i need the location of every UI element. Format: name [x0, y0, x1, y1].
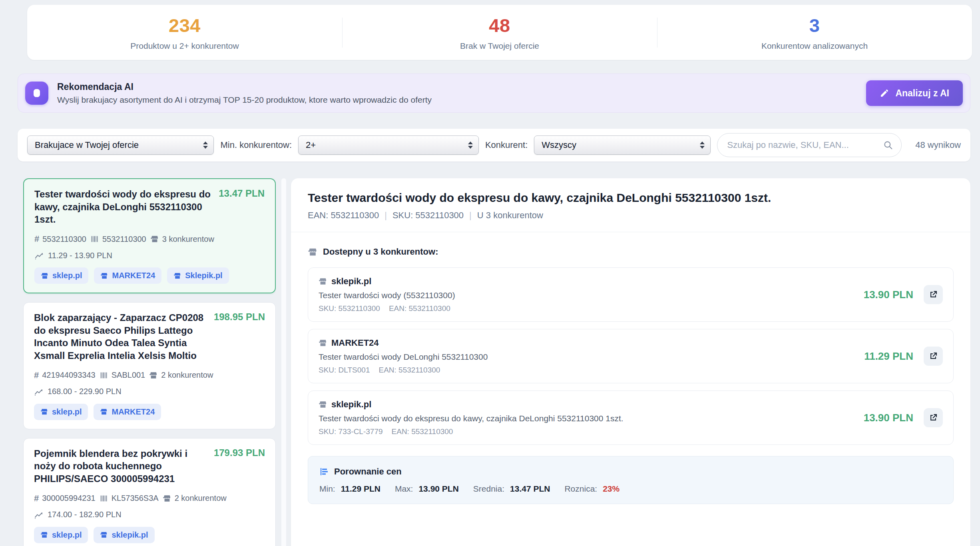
offer-price: 13.90 PLN — [864, 412, 913, 424]
store-tag-label: sklep.pl — [52, 407, 82, 416]
min-competitors-select[interactable]: 2+ — [298, 136, 479, 155]
product-price: 198.95 PLN — [214, 311, 265, 323]
analyze-with-ai-label: Analizuj z AI — [895, 88, 949, 99]
store-tag[interactable]: sklepik.pl — [94, 527, 154, 543]
offer-card-market24: MARKET24 Tester twardości wody DeLonghi … — [308, 329, 954, 383]
store-icon — [100, 408, 108, 416]
store-tag[interactable]: sklep.pl — [34, 527, 88, 543]
separator: | — [469, 210, 472, 221]
offer-card-sklepik: sklepik.pl Tester twardości wody (553211… — [308, 267, 954, 322]
store-tag[interactable]: MARKET24 — [94, 267, 161, 284]
store-tag-label: sklep.pl — [52, 530, 82, 540]
open-offer-button[interactable] — [924, 347, 943, 366]
product-id-group: # 5532110300 — [34, 234, 86, 244]
product-card-pojemnik-blendera[interactable]: Pojemnik blendera bez pokrywki i noży do… — [23, 438, 276, 546]
product-card-blok-zaparzajacy[interactable]: Blok zaparzający - Zaparzacz CP0208 do e… — [23, 302, 276, 429]
ai-banner-texts: Rekomendacja AI Wyslij brakujacy asortym… — [57, 82, 432, 105]
offer-price: 13.90 PLN — [864, 289, 913, 301]
product-competitors: 2 konkurentow — [175, 494, 227, 503]
product-title: Blok zaparzający - Zaparzacz CP0208 do e… — [34, 311, 208, 362]
product-sku-group: KL57356S3A — [100, 494, 159, 503]
product-id: 300005994231 — [42, 494, 95, 503]
store-tag[interactable]: Sklepik.pl — [167, 267, 229, 284]
offer-store-name: MARKET24 — [331, 338, 379, 348]
store-tag-label: sklep.pl — [52, 271, 82, 280]
stat-value: 234 — [27, 14, 342, 36]
store-icon — [100, 272, 108, 280]
stat-value: 3 — [657, 14, 972, 36]
ai-banner-subtitle: Wyslij brakujacy asortyment do AI i otrz… — [57, 95, 432, 105]
barcode-icon — [100, 371, 108, 380]
status-filter-select[interactable]: Brakujace w Twojej ofercie — [27, 136, 214, 155]
competitor-label: Konkurent: — [485, 140, 528, 150]
bar-chart-icon — [319, 467, 329, 476]
store-tag-label: MARKET24 — [112, 407, 155, 416]
product-sku-group: SABL001 — [100, 371, 145, 380]
store-tag-label: sklepik.pl — [112, 530, 148, 540]
product-price: 13.47 PLN — [219, 188, 265, 199]
product-list-scrollbar[interactable] — [281, 178, 286, 546]
offer-sku: SKU: 733-CL-3779 — [319, 427, 383, 436]
select-arrows-icon — [700, 141, 705, 149]
store-tag[interactable]: sklep.pl — [34, 267, 88, 284]
min-competitors-value: 2+ — [306, 140, 316, 150]
product-price-range: 168.00 - 229.90 PLN — [48, 387, 122, 396]
avg-value: 13.47 PLN — [510, 484, 550, 494]
product-detail-panel: Tester twardości wody do ekspresu do kaw… — [291, 178, 970, 546]
store-icon — [150, 235, 159, 243]
trend-chart-icon — [34, 251, 44, 260]
trend-chart-icon — [34, 510, 44, 520]
competitor-select[interactable]: Wszyscy — [534, 136, 711, 155]
availability-section-title: Dostepny u 3 konkurentow: — [323, 247, 438, 257]
store-tag-label: MARKET24 — [112, 271, 155, 280]
product-competitors: 3 konkurentow — [162, 235, 214, 244]
diff-value: 23% — [603, 484, 619, 494]
product-id-group: # 421944093343 — [34, 370, 96, 381]
product-card-tester-twardosci[interactable]: Tester twardości wody do ekspresu do kaw… — [23, 178, 276, 293]
store-icon — [100, 531, 108, 539]
analyze-with-ai-button[interactable]: Analizuj z AI — [866, 80, 963, 106]
filter-bar: Brakujace w Twojej ofercie Min. konkuren… — [18, 129, 970, 161]
offer-product-name: Tester twardości wody (5532110300) — [319, 291, 856, 300]
stat-products-multi-competitors: 234 Produktow u 2+ konkurentow — [27, 14, 342, 51]
store-tag[interactable]: sklep.pl — [34, 404, 88, 420]
competitor-value: Wszyscy — [542, 140, 576, 150]
open-offer-button[interactable] — [924, 408, 943, 427]
external-link-icon — [928, 351, 938, 361]
offer-sku: SKU: 5532110300 — [319, 304, 380, 313]
max-label: Max: — [395, 484, 413, 494]
hash-icon: # — [34, 493, 39, 504]
offer-product-name: Tester twardości wody do ekspresu do kaw… — [319, 414, 856, 423]
offer-ean: EAN: 5532110300 — [389, 304, 450, 313]
offer-card-sklepik-2: sklepik.pl Tester twardości wody do eksp… — [308, 391, 954, 445]
store-tag[interactable]: MARKET24 — [94, 404, 161, 420]
store-icon — [149, 371, 158, 380]
search-input[interactable] — [727, 140, 883, 150]
open-offer-button[interactable] — [924, 285, 943, 304]
stat-competitors-analyzed: 3 Konkurentow analizowanych — [657, 14, 972, 51]
ai-brain-icon — [25, 82, 48, 105]
product-price-range: 11.29 - 13.90 PLN — [48, 251, 112, 260]
stat-missing-in-offer: 48 Brak w Twojej ofercie — [342, 14, 657, 51]
select-arrows-icon — [203, 141, 208, 149]
price-comparison-title: Porownanie cen — [334, 466, 402, 477]
store-icon — [319, 277, 327, 286]
separator: | — [384, 210, 387, 221]
product-id: 5532110300 — [42, 235, 86, 244]
stat-label: Brak w Twojej ofercie — [342, 41, 657, 51]
search-icon[interactable] — [883, 140, 893, 150]
barcode-icon — [90, 235, 99, 243]
ai-recommendation-banner: Rekomendacja AI Wyslij brakujacy asortym… — [18, 74, 970, 113]
store-icon — [319, 400, 327, 409]
offer-price: 11.29 PLN — [864, 350, 913, 363]
hash-icon: # — [34, 370, 39, 381]
store-icon — [40, 531, 48, 539]
stats-summary-card: 234 Produktow u 2+ konkurentow 48 Brak w… — [27, 5, 972, 60]
product-competitors-group: 3 konkurentow — [150, 235, 214, 244]
min-label: Min: — [319, 484, 335, 494]
store-icon — [41, 272, 49, 280]
availability-section-header: Dostepny u 3 konkurentow: — [308, 247, 954, 257]
offer-product-name: Tester twardości wody DeLonghi 553211030… — [319, 352, 856, 362]
store-icon — [173, 272, 181, 280]
offer-ean: EAN: 5532110300 — [392, 427, 453, 436]
